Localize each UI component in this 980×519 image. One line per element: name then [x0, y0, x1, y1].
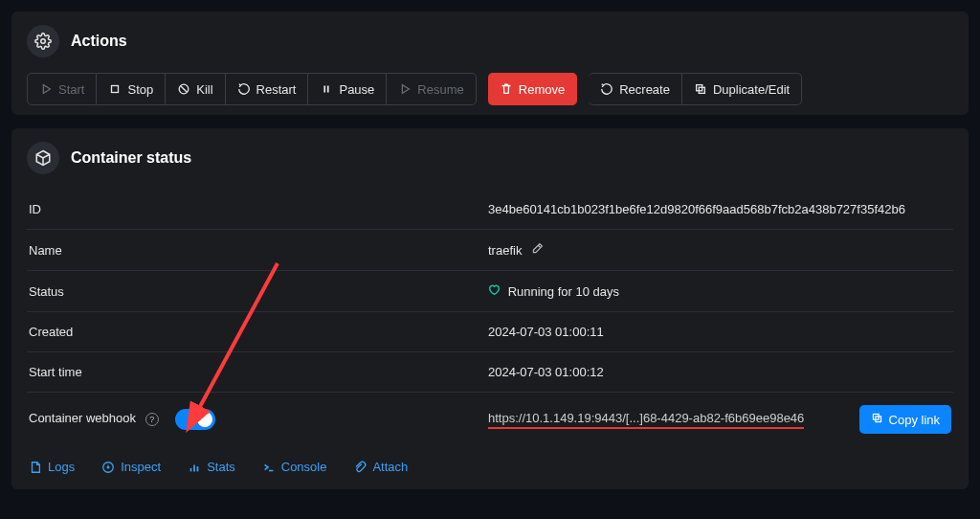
copy-icon [871, 412, 883, 427]
value-id: 3e4be60141cb1b023f1be6fe12d9820f66f9aad5… [486, 190, 953, 230]
running-text: Running for 10 days [508, 284, 619, 299]
svg-point-13 [107, 466, 109, 468]
row-id: ID 3e4be60141cb1b023f1be6fe12d9820f66f9a… [27, 190, 953, 230]
actions-panel: Actions Start Stop Kill Restart Pause Re… [11, 11, 969, 115]
duplicate-icon [694, 82, 707, 96]
stop-button[interactable]: Stop [97, 73, 166, 105]
console-link[interactable]: Console [262, 460, 327, 474]
pause-button[interactable]: Pause [308, 73, 387, 105]
help-icon[interactable]: ? [145, 413, 159, 426]
trash-icon [500, 82, 513, 96]
pause-label: Pause [339, 82, 374, 97]
actions-header: Actions [27, 25, 953, 57]
logs-link[interactable]: Logs [29, 460, 75, 474]
kill-button[interactable]: Kill [166, 73, 225, 105]
svg-marker-1 [43, 85, 50, 94]
row-webhook: Container webhook ? https://10.1.149.19:… [27, 393, 953, 447]
label-webhook: Container webhook [29, 411, 136, 425]
gear-icon [27, 25, 59, 57]
kill-label: Kill [196, 82, 212, 97]
inspect-link[interactable]: Inspect [101, 460, 161, 474]
attach-label: Attach [372, 460, 408, 474]
kill-icon [177, 82, 190, 96]
pause-icon [320, 82, 333, 96]
logs-label: Logs [48, 460, 75, 474]
svg-line-4 [181, 86, 187, 92]
resume-button[interactable]: Resume [387, 73, 476, 105]
cube-icon [27, 142, 59, 174]
duplicate-button[interactable]: Duplicate/Edit [682, 73, 802, 105]
recreate-icon [600, 82, 613, 96]
restart-button[interactable]: Restart [226, 73, 309, 105]
svg-rect-2 [112, 86, 119, 93]
duplicate-label: Duplicate/Edit [713, 82, 790, 97]
svg-point-0 [41, 39, 46, 44]
stop-icon [108, 82, 122, 96]
recreate-button[interactable]: Recreate [589, 73, 682, 105]
status-panel: Container status ID 3e4be60141cb1b023f1b… [11, 128, 969, 489]
heartbeat-icon [488, 284, 504, 299]
value-created: 2024-07-03 01:00:11 [486, 312, 953, 352]
restart-icon [237, 82, 251, 96]
svg-marker-7 [403, 85, 410, 94]
value-webhook-cell: https://10.1.149.19:9443/[...]68-4429-ab… [486, 393, 953, 447]
play-icon [39, 82, 53, 96]
start-label: Start [58, 82, 84, 97]
inspect-label: Inspect [121, 460, 161, 474]
label-id: ID [27, 190, 486, 230]
label-start-time: Start time [27, 352, 486, 393]
stats-link[interactable]: Stats [188, 460, 235, 474]
resume-label: Resume [417, 82, 463, 97]
restart-label: Restart [256, 82, 297, 97]
label-name: Name [27, 230, 486, 271]
webhook-toggle[interactable] [175, 409, 215, 430]
remove-button[interactable]: Remove [488, 73, 577, 105]
edit-icon[interactable] [531, 243, 544, 258]
status-header: Container status [27, 142, 953, 174]
console-label: Console [281, 460, 327, 474]
footer-links: Logs Inspect Stats Console Attach [27, 446, 953, 480]
row-start-time: Start time 2024-07-03 01:00:12 [27, 352, 953, 393]
row-created: Created 2024-07-03 01:00:11 [27, 312, 953, 352]
webhook-url[interactable]: https://10.1.149.19:9443/[...]68-4429-ab… [488, 411, 804, 429]
row-name: Name traefik [27, 230, 953, 271]
copy-label: Copy link [889, 413, 940, 427]
label-status: Status [27, 271, 486, 312]
copy-link-button[interactable]: Copy link [859, 405, 951, 434]
start-button[interactable]: Start [27, 73, 97, 105]
label-webhook-cell: Container webhook ? [27, 393, 486, 447]
resume-icon [398, 82, 412, 96]
attach-link[interactable]: Attach [353, 460, 408, 474]
value-start-time: 2024-07-03 01:00:12 [486, 352, 953, 393]
value-status: Running for 10 days [486, 271, 953, 312]
label-created: Created [27, 312, 486, 352]
stop-label: Stop [127, 82, 153, 97]
stats-label: Stats [207, 460, 235, 474]
recreate-label: Recreate [619, 82, 670, 97]
value-name-cell: traefik [486, 230, 953, 271]
row-status: Status Running for 10 days [27, 271, 953, 312]
action-buttons: Start Stop Kill Restart Pause Resume Rem… [27, 73, 953, 105]
value-name: traefik [488, 243, 522, 258]
status-title: Container status [71, 149, 191, 167]
actions-title: Actions [71, 33, 127, 50]
remove-label: Remove [519, 82, 565, 97]
status-table: ID 3e4be60141cb1b023f1be6fe12d9820f66f9a… [27, 190, 953, 446]
